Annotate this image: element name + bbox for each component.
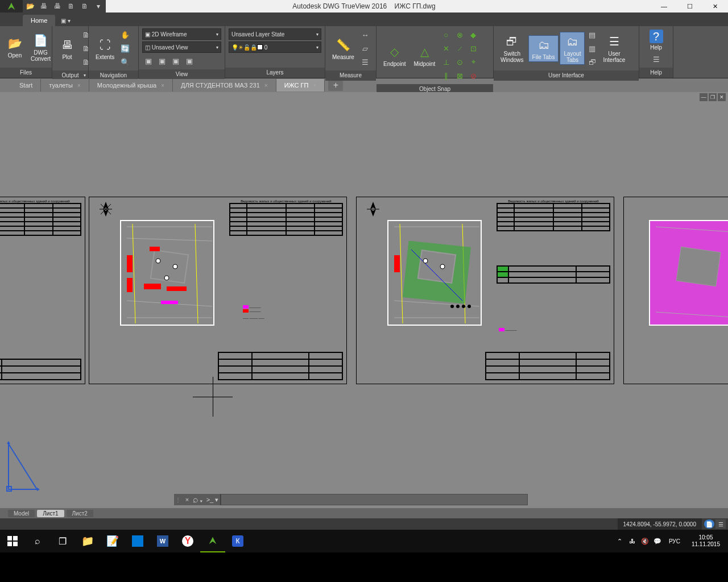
canvas-close-icon[interactable]: ✕ [718, 93, 726, 101]
maximize-button[interactable]: ☐ [677, 0, 702, 13]
midpoint-button[interactable]: △ Midpoint [410, 43, 439, 68]
yandex-icon[interactable]: Y [175, 530, 200, 552]
parallel-icon[interactable]: ∥ [440, 69, 452, 82]
cmd-prompt-icon[interactable]: >_ ▾ [205, 494, 221, 505]
doc-tab-2[interactable]: Молодежный крыша× [89, 79, 173, 92]
app-logo[interactable] [0, 0, 23, 13]
word-icon[interactable]: W [150, 530, 175, 552]
notepad-icon[interactable]: 📝 [100, 530, 125, 552]
minimize-button[interactable]: — [651, 0, 677, 13]
layer-dropdown[interactable]: 💡 ☀ 🔓 🔒 0▾ [229, 41, 321, 53]
help-button[interactable]: ? Help [646, 28, 667, 52]
new-tab-button[interactable]: + [328, 80, 343, 91]
user-interface-button[interactable]: ☰ User Interface [599, 32, 628, 64]
orbit-icon[interactable]: 🔄 [119, 42, 131, 55]
app-icon-1[interactable] [125, 530, 150, 552]
pan-icon[interactable]: ✋ [119, 28, 131, 41]
cmd-grip-icon[interactable]: ⋮ [174, 494, 182, 505]
network-icon[interactable]: 🖧 [628, 537, 637, 546]
doc-tab-start[interactable]: Start [11, 79, 41, 92]
close-button[interactable]: ✕ [702, 0, 728, 13]
task-view-icon[interactable]: ❐ [50, 530, 75, 552]
qat-print-icon[interactable]: 🖶 [52, 1, 63, 11]
tray-chevron-icon[interactable]: ⌃ [615, 537, 624, 546]
zoom-icon[interactable]: 🔍 [119, 56, 131, 68]
intersection-icon[interactable]: ✕ [440, 42, 452, 55]
qat-preview-icon[interactable]: 🗎 [66, 1, 76, 11]
close-icon[interactable]: × [161, 82, 164, 89]
volume-icon[interactable]: 🔇 [640, 537, 650, 546]
file-explorer-icon[interactable]: 📁 [75, 530, 100, 552]
quadrant-icon[interactable]: ◆ [467, 28, 479, 41]
view-side-icon[interactable]: ▣ [169, 55, 182, 67]
layout-tab-2[interactable]: Лист2 [67, 510, 93, 517]
search-icon[interactable]: ⌕ [25, 530, 50, 552]
layout-tab-model[interactable]: Model [8, 510, 35, 517]
doc-tab-1[interactable]: туалеты× [41, 79, 89, 92]
close-icon[interactable]: × [264, 82, 268, 89]
language-indicator[interactable]: РУС [665, 538, 684, 544]
north-arrow-icon [365, 201, 382, 218]
doc-tab-3[interactable]: ДЛЯ СТУДЕНТОВ МАЗ 231× [173, 79, 276, 92]
cmd-close-icon[interactable]: × [182, 494, 192, 505]
none-icon[interactable]: ⊘ [467, 69, 479, 82]
start-button[interactable] [0, 530, 25, 552]
cmd-options-icon[interactable]: ⌕▾ [192, 494, 205, 505]
saved-view-dropdown[interactable]: ◫ Unsaved View▾ [142, 41, 221, 53]
layout-tabs-button[interactable]: 🗂 Layout Tabs [560, 32, 585, 65]
customize-button[interactable]: ☰ [715, 519, 726, 529]
compass-app-icon[interactable]: К [225, 530, 250, 552]
switch-windows-button[interactable]: 🗗 Switch Windows [497, 32, 527, 64]
view-front-icon[interactable]: ▣ [156, 55, 168, 67]
area-icon[interactable]: ▱ [359, 42, 371, 55]
canvas-restore-icon[interactable]: ❐ [709, 93, 717, 101]
drawing-canvas[interactable]: — ❐ ✕ Ведомость жилых и общественных зда… [0, 92, 728, 518]
nearest-icon[interactable]: ⌖ [467, 56, 479, 68]
list-icon[interactable]: ☰ [359, 56, 371, 68]
cascade-icon[interactable]: 🗗 [586, 56, 598, 68]
plot-button[interactable]: 🖶 Plot [56, 36, 78, 61]
close-icon[interactable]: × [313, 82, 316, 89]
legend: ———— [499, 328, 516, 332]
view-top-icon[interactable]: ▣ [142, 55, 155, 67]
svg-rect-23 [394, 255, 400, 272]
tile-v-icon[interactable]: ▥ [586, 42, 598, 55]
endpoint-icon: ◇ [387, 44, 403, 60]
tangent-icon[interactable]: ⊙ [453, 56, 466, 68]
ribbon-tab-home[interactable]: Home [23, 15, 55, 26]
layout-tab-1[interactable]: Лист1 [37, 510, 64, 517]
view-iso-icon[interactable]: ▣ [183, 55, 196, 67]
insertion-icon[interactable]: ⊡ [467, 42, 479, 55]
clock[interactable]: 10:05 11.11.2015 [687, 534, 725, 548]
measure-button[interactable]: 📏 Measure [329, 36, 358, 61]
command-input[interactable] [221, 494, 528, 505]
file-tabs-button[interactable]: 🗂 File Tabs [528, 35, 559, 62]
trueview-icon[interactable] [200, 530, 225, 552]
qat-publish-icon[interactable]: 🗎 [80, 1, 90, 11]
paper-button[interactable]: 📄 [704, 519, 714, 529]
tile-h-icon[interactable]: ▤ [586, 28, 598, 41]
qat-save-icon[interactable]: 🖶 [39, 1, 49, 11]
action-center-icon[interactable]: 💬 [653, 537, 662, 546]
node-icon[interactable]: ⊗ [453, 28, 466, 41]
dwg-convert-button[interactable]: 📄 DWG Convert [27, 31, 54, 63]
qat-dropdown-icon[interactable]: ▾ [93, 1, 104, 11]
about-icon[interactable]: ☰ [650, 53, 663, 65]
distance-icon[interactable]: ↔ [359, 28, 371, 41]
close-icon[interactable]: × [77, 82, 81, 89]
apparent-icon[interactable]: ⊠ [453, 69, 466, 82]
extents-button[interactable]: ⛶ Extents [92, 36, 118, 61]
perpendicular-icon[interactable]: ⊥ [440, 56, 452, 68]
extension-icon[interactable]: ⟋ [453, 42, 466, 55]
ribbon-flyout-icon[interactable]: ▣ ▾ [55, 15, 76, 26]
coordinates-display[interactable]: 1424.8094, -55.9972, 0.0000 [618, 518, 702, 530]
canvas-minimize-icon[interactable]: — [700, 93, 708, 101]
visual-style-dropdown[interactable]: ▣ 2D Wireframe▾ [142, 28, 221, 40]
center-icon[interactable]: ○ [440, 28, 452, 41]
endpoint-button[interactable]: ◇ Endpoint [380, 43, 409, 68]
qat-open-icon[interactable]: 📂 [25, 1, 35, 11]
layer-state-dropdown[interactable]: Unsaved Layer State▾ [229, 28, 321, 40]
doc-tab-4[interactable]: ИЖС ГП× [276, 79, 325, 92]
doc-tab-2-label: Молодежный крыша [97, 82, 156, 89]
open-button[interactable]: 📂 Open [3, 34, 26, 60]
